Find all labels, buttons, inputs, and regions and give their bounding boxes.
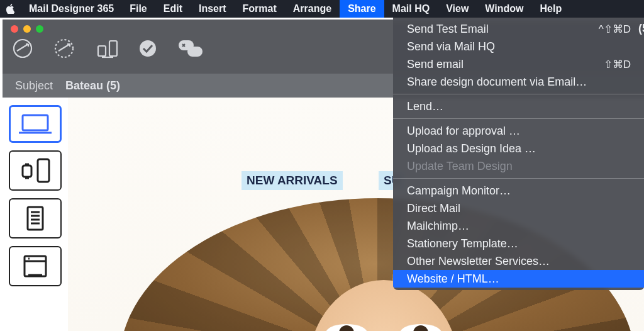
menu-item-mailchimp[interactable]: Mailchimp… xyxy=(393,217,644,235)
subject-value[interactable]: Bateau (5) xyxy=(65,79,120,93)
menu-item-send-test-email[interactable]: Send Test Email^⇧⌘D xyxy=(393,20,644,38)
devices-icon[interactable] xyxy=(94,37,119,62)
menu-item-stationery-template[interactable]: Stationery Template… xyxy=(393,235,644,252)
menu-item-upload-as-design-idea[interactable]: Upload as Design Idea … xyxy=(393,140,644,157)
menu-share[interactable]: Share xyxy=(340,0,384,18)
svg-rect-8 xyxy=(38,159,49,182)
check-icon[interactable] xyxy=(138,39,157,60)
menu-separator xyxy=(393,94,644,94)
menu-window[interactable]: Window xyxy=(477,0,531,18)
app-name[interactable]: Mail Designer 365 xyxy=(21,3,121,14)
menu-separator xyxy=(393,178,644,179)
svg-rect-9 xyxy=(23,166,31,177)
menu-item-direct-mail[interactable]: Direct Mail xyxy=(393,199,644,217)
menu-view[interactable]: View xyxy=(438,0,477,18)
menu-help[interactable]: Help xyxy=(532,0,570,18)
send-icon[interactable] xyxy=(11,37,34,62)
share-menu: Send Test Email^⇧⌘DSend via Mail HQSend … xyxy=(393,18,644,290)
subject-label: Subject xyxy=(15,79,53,93)
window-traffic-lights[interactable] xyxy=(11,25,43,33)
svg-rect-6 xyxy=(187,47,203,57)
menu-item-send-email[interactable]: Send email⇧⌘D xyxy=(393,55,644,73)
menu-item-website-html[interactable]: Website / HTML… xyxy=(393,270,644,288)
zoom-icon[interactable] xyxy=(36,25,43,33)
mac-menubar: Mail Designer 365 FileEditInsertFormatAr… xyxy=(0,0,644,18)
minimize-icon[interactable] xyxy=(23,25,31,33)
svg-point-4 xyxy=(140,40,156,57)
menu-item-share-design-document-via-email[interactable]: Share design document via Email… xyxy=(393,73,644,91)
menu-item-update-team-design: Update Team Design xyxy=(393,157,644,175)
svg-point-0 xyxy=(14,40,31,57)
rail-page-tile[interactable] xyxy=(9,198,62,238)
menu-item-upload-for-approval[interactable]: Upload for approval … xyxy=(393,122,644,140)
close-icon[interactable] xyxy=(11,25,18,33)
menu-separator xyxy=(393,118,644,119)
rail-phonewatch-tile[interactable] xyxy=(9,150,62,191)
svg-rect-10 xyxy=(28,207,43,230)
chat-x-icon[interactable] xyxy=(176,38,204,62)
svg-rect-7 xyxy=(23,115,48,130)
clipped-window-text: (5 xyxy=(638,22,644,35)
preview-rail xyxy=(3,98,68,331)
svg-rect-3 xyxy=(98,46,106,56)
menu-item-lend[interactable]: Lend… xyxy=(393,98,644,115)
rail-laptop-tile[interactable] xyxy=(9,105,62,143)
rail-window-tile[interactable] xyxy=(9,246,62,286)
svg-rect-11 xyxy=(25,256,46,276)
apple-menu[interactable] xyxy=(0,4,21,14)
send-alt-icon[interactable] xyxy=(53,37,75,62)
menu-item-other-newsletter-services[interactable]: Other Newsletter Services… xyxy=(393,252,644,270)
menu-arrange[interactable]: Arrange xyxy=(285,0,340,18)
nav-pill-new-arrivals[interactable]: NEW ARRIVALS xyxy=(242,171,343,190)
svg-point-1 xyxy=(55,40,73,57)
menu-file[interactable]: File xyxy=(121,0,155,18)
menu-item-campaign-monitor[interactable]: Campaign Monitor… xyxy=(393,182,644,199)
menu-insert[interactable]: Insert xyxy=(191,0,235,18)
menu-format[interactable]: Format xyxy=(235,0,285,18)
menu-item-send-via-mail-hq[interactable]: Send via Mail HQ xyxy=(393,38,644,55)
menu-mail-hq[interactable]: Mail HQ xyxy=(384,0,438,18)
menu-edit[interactable]: Edit xyxy=(155,0,191,18)
svg-rect-2 xyxy=(109,41,117,56)
